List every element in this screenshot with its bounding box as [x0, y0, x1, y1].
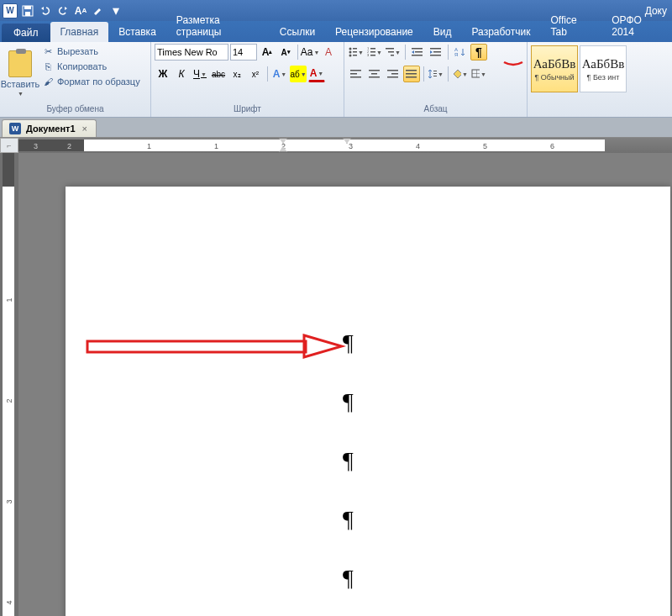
svg-rect-27 [350, 73, 357, 75]
pilcrow-mark: ¶ [343, 447, 354, 474]
tab-orfo[interactable]: ОРФО 2014 [601, 10, 672, 42]
cut-label: Вырезать [57, 46, 98, 56]
font-group: A▴ A▾ Aa▼ A Ж К Ч▼ abc x₂ x² A▼ aб▼ A▼ Ш… [151, 42, 344, 117]
align-right-button[interactable] [385, 66, 402, 82]
document-page[interactable]: ¶ ¶ ¶ ¶ ¶ [66, 187, 670, 616]
svg-rect-16 [388, 51, 394, 53]
font-size-select[interactable] [230, 44, 257, 61]
svg-rect-22 [433, 51, 441, 53]
pilcrow-mark: ¶ [343, 506, 354, 533]
first-line-indent-marker[interactable] [279, 138, 287, 144]
ruler-area: ⌐ 3 2 1 1 2 3 4 5 6 [0, 138, 672, 153]
style-no-spacing[interactable]: АаБбВв ¶ Без инт [580, 45, 627, 92]
save-icon[interactable] [19, 3, 36, 19]
tab-view[interactable]: Вид [423, 22, 462, 42]
tab-references[interactable]: Ссылки [270, 22, 325, 42]
svg-rect-33 [391, 73, 398, 75]
copy-button[interactable]: ⎘Копировать [39, 59, 144, 74]
tab-insert[interactable]: Вставка [108, 22, 166, 42]
svg-text:3: 3 [367, 53, 370, 57]
app-icon[interactable]: W [2, 3, 18, 19]
justify-button[interactable] [403, 66, 420, 82]
italic-button[interactable]: К [173, 66, 190, 82]
vertical-ruler[interactable]: 1 2 3 4 [0, 153, 18, 616]
align-center-button[interactable] [366, 66, 383, 82]
bullets-button[interactable]: ▼ [348, 44, 365, 61]
qat-font-icon[interactable]: AA [72, 3, 89, 19]
svg-rect-2 [25, 12, 30, 16]
copy-icon: ⎘ [42, 61, 54, 72]
font-color-button[interactable]: A▼ [308, 66, 325, 82]
clear-format-button[interactable]: A [320, 44, 337, 61]
svg-rect-18 [412, 48, 423, 50]
redo-icon[interactable] [55, 3, 71, 19]
font-name-select[interactable] [155, 44, 228, 61]
svg-rect-1 [24, 6, 31, 9]
svg-rect-8 [353, 55, 357, 56]
paste-label: Вставить [1, 79, 40, 89]
text-effects-button[interactable]: A▼ [271, 66, 288, 82]
change-case-button[interactable]: Aa▼ [302, 44, 318, 61]
svg-rect-34 [387, 76, 398, 78]
tab-home[interactable]: Главная [50, 22, 109, 42]
align-left-button[interactable] [348, 66, 365, 82]
style-normal[interactable]: АаБбВв ¶ Обычный [531, 45, 578, 92]
multilevel-list-button[interactable]: ▼ [385, 44, 402, 61]
borders-button[interactable]: ▼ [470, 66, 487, 82]
document-canvas[interactable]: ¶ ¶ ¶ ¶ ¶ [18, 153, 672, 616]
strike-button[interactable]: abc [210, 66, 227, 82]
underline-button[interactable]: Ч▼ [192, 66, 208, 82]
svg-rect-39 [433, 73, 437, 74]
tab-review[interactable]: Рецензирование [325, 22, 423, 42]
tab-page-layout[interactable]: Разметка страницы [166, 10, 270, 42]
svg-rect-32 [387, 70, 398, 71]
svg-rect-19 [415, 51, 423, 53]
svg-rect-23 [430, 55, 441, 56]
svg-rect-4 [353, 48, 357, 50]
tab-office-tab[interactable]: Office Tab [540, 10, 601, 42]
svg-rect-20 [412, 55, 423, 56]
svg-rect-21 [430, 48, 441, 50]
shading-button[interactable]: ▼ [452, 66, 469, 82]
paste-button[interactable]: Вставить ▼ [3, 44, 37, 103]
word-doc-icon: W [9, 123, 21, 134]
document-tabs: W Документ1 × [0, 118, 672, 138]
cut-button[interactable]: ✂Вырезать [39, 44, 144, 59]
document-tab-label: Документ1 [26, 124, 76, 134]
sort-button[interactable]: AЯ [452, 44, 469, 61]
document-tab[interactable]: W Документ1 × [2, 119, 97, 137]
hanging-indent-marker[interactable] [279, 146, 287, 152]
horizontal-ruler[interactable]: 3 2 1 1 2 3 4 5 6 [18, 138, 672, 153]
numbering-button[interactable]: 123▼ [366, 44, 383, 61]
qat-highlight-icon[interactable] [90, 3, 107, 19]
svg-rect-43 [476, 70, 477, 77]
svg-rect-29 [369, 70, 380, 71]
close-tab-icon[interactable]: × [81, 124, 89, 134]
svg-rect-38 [433, 71, 437, 71]
format-painter-button[interactable]: 🖌Формат по образцу [39, 74, 144, 89]
line-spacing-button[interactable]: ▼ [428, 66, 444, 82]
paragraph-group-label: Абзац [348, 103, 523, 115]
decrease-indent-button[interactable] [409, 44, 426, 61]
ruler-corner[interactable]: ⌐ [0, 138, 18, 153]
svg-rect-35 [406, 70, 417, 71]
show-pilcrow-button[interactable]: ¶ [470, 44, 487, 61]
ribbon: Вставить ▼ ✂Вырезать ⎘Копировать 🖌Формат… [0, 42, 672, 118]
bold-button[interactable]: Ж [155, 66, 171, 82]
svg-point-3 [349, 48, 352, 50]
file-tab[interactable]: Файл [2, 24, 50, 42]
styles-group: АаБбВв ¶ Обычный АаБбВв ¶ Без инт [528, 42, 670, 117]
tab-developer[interactable]: Разработчик [462, 22, 541, 42]
chevron-down-icon: ▼ [18, 91, 24, 97]
highlight-button[interactable]: aб▼ [290, 66, 307, 82]
superscript-button[interactable]: x² [247, 66, 264, 82]
increase-indent-button[interactable] [428, 44, 444, 61]
shrink-font-button[interactable]: A▾ [277, 44, 294, 61]
qat-dropdown-icon[interactable]: ▾ [108, 3, 124, 19]
workspace: 1 2 3 4 ¶ ¶ ¶ ¶ ¶ [0, 153, 672, 616]
grow-font-button[interactable]: A▴ [259, 44, 276, 61]
svg-point-7 [349, 55, 352, 57]
undo-icon[interactable] [37, 3, 54, 19]
subscript-button[interactable]: x₂ [228, 66, 245, 82]
svg-rect-26 [350, 70, 361, 71]
